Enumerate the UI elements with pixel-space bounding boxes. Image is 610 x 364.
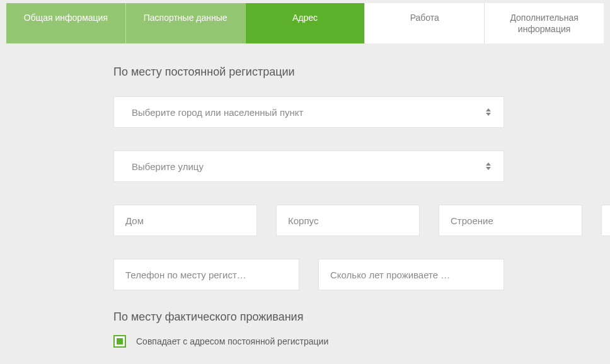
apartment-input[interactable] [601,205,610,236]
checkbox-checked-icon [117,338,123,344]
tab-label: Паспортные данные [144,13,227,23]
tab-passport[interactable]: Паспортные данные [125,3,245,43]
same-address-row: Совпадает с адресом постоянной регистрац… [113,335,504,348]
tab-work[interactable]: Работа [364,3,484,43]
tab-general-info[interactable]: Общая информация [6,3,125,43]
sort-icon [486,162,491,170]
city-select-placeholder: Выберите город или населенный пункт [132,107,303,118]
sort-icon [486,108,491,116]
stroenie-input[interactable] [439,205,582,236]
same-address-checkbox[interactable] [113,335,126,348]
tab-label: Общая информация [24,13,108,23]
tab-label: Дополнительная информация [510,13,578,34]
years-living-input[interactable] [318,259,504,290]
korpus-input[interactable] [276,205,420,236]
same-address-label: Совпадает с адресом постоянной регистрац… [136,336,328,346]
tabs-nav: Общая информация Паспортные данные Адрес… [6,3,604,43]
section-title-registration: По месту постоянной регистрации [113,65,504,79]
tab-label: Работа [410,13,439,23]
form-address: По месту постоянной регистрации Выберите… [113,65,504,348]
phone-registration-input[interactable] [113,259,299,290]
city-select[interactable]: Выберите город или населенный пункт [113,96,504,128]
street-select[interactable]: Выберите улицу [113,151,504,182]
house-input[interactable] [113,205,257,236]
tab-address[interactable]: Адрес [245,3,365,43]
section-title-actual: По месту фактического проживания [113,310,504,324]
street-select-placeholder: Выберите улицу [132,161,204,172]
tab-label: Адрес [292,13,318,23]
tab-additional-info[interactable]: Дополнительная информация [484,3,604,43]
